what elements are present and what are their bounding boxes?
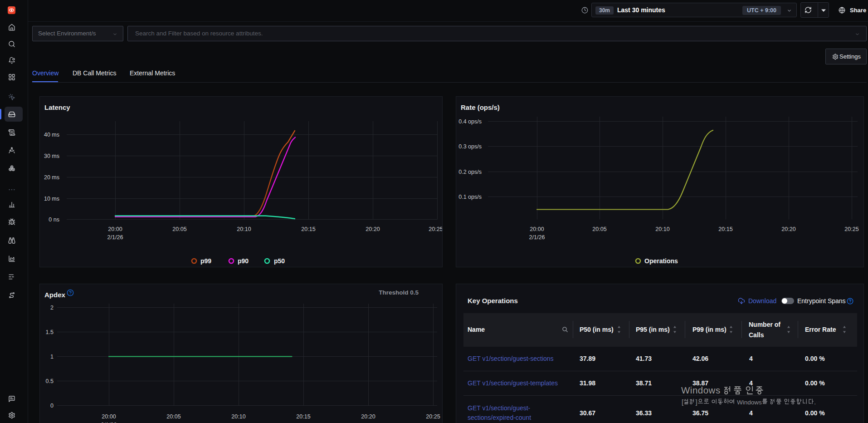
- svg-text:20:25: 20:25: [429, 226, 442, 232]
- svg-text:20:00: 20:00: [108, 226, 122, 232]
- svg-text:.: .: [814, 398, 816, 406]
- svg-text:37.89: 37.89: [580, 355, 595, 362]
- svg-text:p99: p99: [200, 257, 211, 265]
- svg-text:1: 1: [50, 354, 54, 360]
- svg-text:0.4 ops/s: 0.4 ops/s: [458, 118, 482, 125]
- svg-text:GET v1/section/guest-templates: GET v1/section/guest-templates: [468, 379, 558, 387]
- svg-text:20:10: 20:10: [655, 226, 669, 232]
- svg-text:20:00: 20:00: [530, 226, 544, 232]
- svg-text:0: 0: [50, 403, 54, 409]
- svg-text:sections/expired-count: sections/expired-count: [468, 414, 531, 421]
- svg-text:40 ms: 40 ms: [44, 132, 59, 138]
- svg-text:30.67: 30.67: [580, 409, 595, 417]
- svg-text:10 ms: 10 ms: [44, 196, 59, 202]
- svg-text:20:15: 20:15: [296, 413, 310, 420]
- svg-text:20:20: 20:20: [781, 226, 795, 232]
- svg-text:Windows: Windows: [737, 399, 762, 406]
- svg-text:4: 4: [749, 409, 753, 417]
- svg-text:0.3 ops/s: 0.3 ops/s: [458, 143, 482, 150]
- svg-text:GET v1/section/guest-: GET v1/section/guest-: [468, 404, 531, 412]
- svg-text:0.1 ops/s: 0.1 ops/s: [458, 194, 482, 200]
- svg-text:36.75: 36.75: [692, 409, 708, 417]
- svg-text:30 ms: 30 ms: [44, 153, 59, 159]
- svg-text:20:20: 20:20: [366, 226, 380, 232]
- svg-text:Operations: Operations: [644, 257, 678, 265]
- svg-text:Windows: Windows: [681, 385, 721, 395]
- svg-text:20:05: 20:05: [172, 226, 186, 232]
- svg-text:2/1/26: 2/1/26: [529, 234, 545, 241]
- svg-text:]: ]: [696, 398, 697, 406]
- svg-text:2/1/26: 2/1/26: [107, 234, 123, 241]
- svg-text:1.5: 1.5: [46, 329, 54, 335]
- svg-text:42.06: 42.06: [692, 355, 708, 362]
- svg-text:20:00: 20:00: [102, 413, 116, 420]
- svg-text:20:15: 20:15: [718, 226, 732, 232]
- svg-text:0.2 ops/s: 0.2 ops/s: [458, 169, 482, 175]
- svg-text:p90: p90: [238, 257, 249, 265]
- svg-text:20:25: 20:25: [426, 413, 440, 420]
- svg-text:4: 4: [749, 355, 753, 362]
- svg-text:P95 (in ms): P95 (in ms): [636, 326, 670, 333]
- svg-text:20:05: 20:05: [592, 226, 606, 232]
- svg-text:20:10: 20:10: [231, 413, 245, 420]
- svg-text:Number of: Number of: [749, 321, 780, 328]
- svg-text:GET v1/section/guest-sections: GET v1/section/guest-sections: [468, 355, 554, 362]
- svg-text:p50: p50: [274, 257, 285, 265]
- svg-text:P50 (in ms): P50 (in ms): [580, 326, 614, 333]
- svg-text:38.71: 38.71: [636, 379, 652, 387]
- svg-text:Error Rate: Error Rate: [805, 326, 836, 333]
- svg-text:20:10: 20:10: [237, 226, 251, 232]
- svg-text:20:25: 20:25: [844, 226, 858, 232]
- svg-text:31.98: 31.98: [580, 379, 595, 387]
- svg-text:0 ns: 0 ns: [49, 216, 59, 223]
- svg-text:36.33: 36.33: [636, 409, 652, 417]
- svg-text:0.00 %: 0.00 %: [805, 379, 825, 387]
- svg-text:0.00 %: 0.00 %: [805, 355, 825, 362]
- svg-text:0.5: 0.5: [46, 378, 54, 384]
- svg-text:[: [: [682, 398, 684, 406]
- svg-text:Name: Name: [468, 326, 485, 333]
- svg-text:0.00 %: 0.00 %: [805, 409, 825, 417]
- svg-text:2: 2: [50, 305, 54, 311]
- svg-text:Calls: Calls: [749, 331, 764, 339]
- svg-text:20:20: 20:20: [361, 413, 375, 420]
- svg-text:41.73: 41.73: [636, 355, 652, 362]
- svg-text:P99 (in ms): P99 (in ms): [692, 326, 727, 333]
- svg-text:20 ms: 20 ms: [44, 174, 59, 181]
- svg-text:20:15: 20:15: [301, 226, 315, 232]
- svg-text:20:05: 20:05: [166, 413, 180, 420]
